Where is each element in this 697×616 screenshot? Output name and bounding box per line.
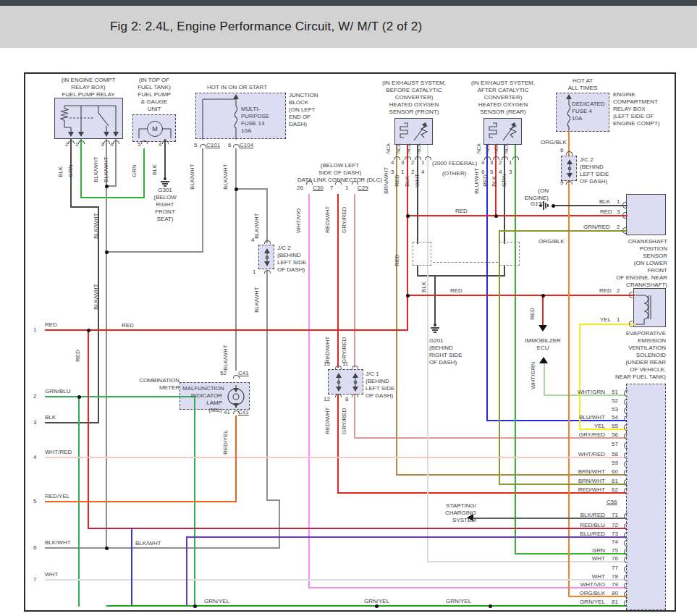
wire-color-label: BLK/WHT — [222, 164, 229, 190]
pin-connector-icon — [624, 549, 628, 555]
o2-rear-connector-shield — [499, 242, 520, 266]
jc2-left-label: J/C 2 (BEHIND LEFT SIDE OF DASH) — [277, 245, 321, 274]
wire-WHT — [427, 145, 428, 561]
wire-RED — [407, 145, 408, 331]
junction-dot — [193, 604, 197, 608]
pin-connector-icon — [629, 321, 633, 327]
ecm-pin-row: YEL55 — [544, 423, 618, 430]
pin-connector-icon — [622, 227, 626, 234]
pin-number-label: 3 — [509, 169, 512, 175]
ecm-pin-number: 55 — [607, 423, 618, 430]
dedicated-fuse-label: DEDICATED FUSE 4 10A — [572, 101, 609, 122]
solenoid-coil-symbol — [634, 289, 667, 328]
ecm-pin-number: 58 — [607, 451, 618, 458]
wire-color-label: RED — [122, 322, 134, 329]
ecm-pin-wire-label: WHT — [592, 555, 605, 562]
pin-number-label: 8 — [345, 396, 348, 402]
wire-RED — [407, 295, 635, 296]
wire-BLK — [504, 266, 505, 277]
circuit-row-wire-label: GRN/BLU — [45, 388, 71, 395]
wiring-diagram: M — [0, 48, 697, 616]
ecm-pin-wire-label: BLU/RED — [580, 531, 605, 538]
wire-color-label: HOT IN ON OR START — [207, 84, 267, 90]
wire-color-label: NCA — [476, 143, 481, 153]
wire-GRN_RED — [499, 230, 628, 232]
wire-color-label: ORG/BLK — [538, 238, 565, 245]
fuel-pump-relay-label: (IN ENGINE COMPT RELAY BOX) FUEL PUMP RE… — [41, 77, 135, 98]
jc2-right-label: J/C 2 (BEHIND LEFT SIDE OF DASH) — [580, 156, 623, 185]
fuel-pump-motor-symbol: M — [147, 121, 163, 137]
pin-connector-icon — [624, 461, 628, 468]
wire-color-label: RED/WHT — [324, 206, 331, 233]
pin-connector-icon — [624, 442, 628, 449]
pin-number-label: 3 — [401, 159, 404, 166]
junction-dot — [375, 604, 379, 608]
wire-color-label: BLK/WHT — [253, 213, 260, 239]
wire-BLK_WHT — [115, 139, 117, 187]
ecm-pin-row: BLU/WHT54 — [544, 414, 618, 421]
immobilizer-input-arrow-icon — [538, 325, 547, 332]
circuit-row-wire-label: BLK/WHT — [45, 539, 71, 546]
pin-number-label: 52 — [220, 370, 227, 376]
wire-RED — [88, 329, 89, 529]
wire-BLK_WHT — [106, 185, 107, 549]
combination-meter-label: COMBINATION METER — [138, 377, 179, 392]
wire-GRY_RED — [354, 194, 355, 368]
window-top-strip — [0, 0, 697, 6]
circuit-row-wire-label: WHT/RED — [45, 449, 72, 455]
pin-connector-icon — [624, 540, 628, 547]
o2-sensor-rear-box — [483, 118, 522, 145]
wire-color-label: (OTHER) — [442, 170, 466, 177]
o2-front-symbol — [395, 119, 434, 145]
junction-dot — [494, 214, 498, 218]
pin-connector-icon — [622, 212, 626, 219]
wire-color-label: BLU/WHT — [473, 168, 480, 194]
wire-RED_YEL — [45, 501, 237, 502]
pin-number-label: 6 — [228, 142, 231, 148]
pin-connector-icon — [68, 140, 75, 144]
pin-number-label: 1 — [401, 169, 404, 175]
wire-color-label: WHT/GRN — [530, 362, 536, 389]
wire-BLK_WHT — [202, 148, 203, 253]
multi-purpose-fuse-label: MULTI- PURPOSE FUSE 13 10A — [241, 106, 279, 135]
junction-dot — [105, 185, 109, 188]
wire-color-label: GRY/RED — [341, 207, 347, 233]
pin-number-label: 4 — [251, 237, 254, 243]
pin-connector-icon — [624, 557, 628, 563]
motor-letter: M — [152, 125, 158, 132]
pin-connector-icon — [624, 452, 628, 459]
pin-connector-icon — [335, 366, 342, 369]
pin-number-label: 4 — [481, 159, 484, 166]
jc2-left-box — [258, 245, 274, 269]
ecm-pin-wire-label: GRN — [592, 547, 605, 554]
wire-BLU_RED — [186, 536, 187, 606]
pin-number-label: 4 — [391, 159, 394, 166]
wire-BLK — [98, 206, 99, 423]
jc1-box — [328, 369, 363, 395]
g133-location-label: (ON ENGINE) — [517, 187, 549, 202]
circuit-row-wire-label: RED/YEL — [45, 493, 69, 499]
pin-number-label: 3 — [490, 159, 493, 166]
mil-lamp-symbol — [225, 385, 247, 408]
pin-connector-icon — [233, 144, 240, 148]
ecm-pin-number: 77 — [607, 565, 618, 572]
wire-color-label: NCA — [416, 143, 421, 153]
g301-label: G301 (BELOW RIGHT FRONT SEAT) — [149, 187, 181, 223]
o2-front-label: (IN EXHAUST SYSTEM, BEFORE CATALYTIC CON… — [371, 80, 457, 116]
wire-color-label: BLK — [404, 176, 410, 187]
junction-dot — [406, 294, 410, 298]
wire-color-label: WHT/VIO — [295, 208, 302, 233]
pin-number-label: 5 — [138, 141, 140, 148]
pin-number-label: 7 — [330, 185, 333, 191]
pin-connector-icon — [113, 140, 119, 144]
wire-color-label: RED — [75, 350, 81, 362]
wire-BLK_WHT — [279, 499, 280, 549]
pin-number-label: 1 — [509, 159, 512, 166]
wire-GRN — [143, 148, 145, 198]
immobilizer-ecu-label: IMMOBILZER ECU — [514, 337, 572, 352]
pin-number-label: 26 — [297, 185, 303, 191]
wire-color-label: BLK — [421, 282, 427, 292]
circuit-row-number: 1 — [33, 326, 36, 333]
pin-connector-icon — [624, 583, 628, 589]
wire-color-label: RED — [482, 174, 489, 187]
